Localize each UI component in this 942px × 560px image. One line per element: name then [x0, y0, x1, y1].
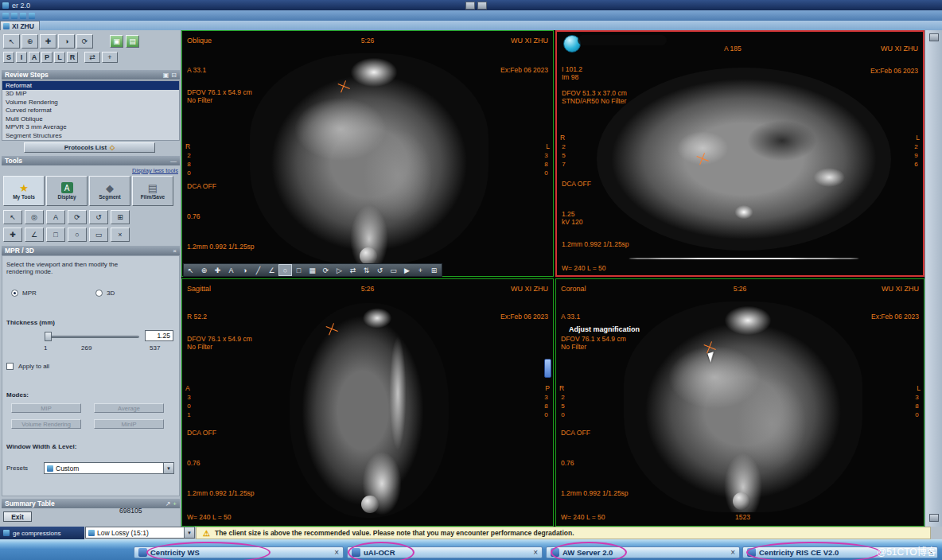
- close-tab-icon[interactable]: ×: [334, 548, 339, 557]
- window-level-icon[interactable]: ◑: [238, 264, 251, 276]
- tool-ellipse-roi-button[interactable]: ○: [68, 228, 87, 242]
- apply-to-all-checkbox[interactable]: Apply to all: [6, 363, 49, 370]
- cine-play-icon[interactable]: ▷: [333, 264, 346, 276]
- tab-display[interactable]: A Display: [46, 176, 88, 206]
- trackball-widget[interactable]: [360, 247, 377, 265]
- menu-icon-1[interactable]: [2, 13, 9, 19]
- orientation-i-button[interactable]: I: [16, 52, 27, 63]
- close-tab-icon[interactable]: ×: [730, 548, 735, 557]
- thickness-value-field[interactable]: 1.25: [145, 330, 173, 341]
- expand-icon[interactable]: ↗: [165, 500, 171, 508]
- thickness-slider-track[interactable]: [45, 336, 139, 338]
- add-view-button[interactable]: +: [102, 52, 118, 63]
- tool-crop-button[interactable]: ▭: [89, 228, 108, 242]
- tab-my-tools[interactable]: ★ My Tools: [3, 176, 45, 206]
- minimize-tools-icon[interactable]: —: [170, 158, 177, 165]
- flip-horizontal-icon[interactable]: ⇄: [346, 264, 360, 276]
- rotate-tool-button[interactable]: ⟳: [76, 34, 93, 49]
- viewport-axial[interactable]: A 185 WU XI ZHU I 101.2 Im 98 Ex:Feb 06 …: [555, 30, 924, 277]
- orientation-p-button[interactable]: P: [41, 52, 53, 63]
- pointer-icon[interactable]: ▶: [400, 264, 414, 276]
- tool-annotate-button[interactable]: A: [46, 210, 65, 224]
- select-tool-icon[interactable]: ↖: [184, 264, 197, 276]
- viewport-coronal[interactable]: Coronal 5:26 WU XI ZHU A 33.1 Ex:Feb 06 …: [555, 278, 924, 527]
- undo-icon[interactable]: ↺: [373, 264, 387, 276]
- zoom-tool-icon[interactable]: ⊕: [197, 264, 211, 276]
- rotate-icon[interactable]: ⟳: [319, 264, 333, 276]
- crop-icon[interactable]: ▭: [387, 264, 400, 276]
- mode-volume-rendering-button[interactable]: Volume Rendering: [11, 419, 81, 429]
- step-reformat[interactable]: Reformat: [2, 81, 179, 90]
- taskbar-tab-uai-ocr[interactable]: uAI-OCR ×: [347, 546, 543, 558]
- tool-cross-button[interactable]: ✚: [3, 228, 22, 242]
- window-minimize-button[interactable]: [465, 2, 475, 10]
- step-segment-structures[interactable]: Segment Structures: [2, 131, 179, 140]
- mode-minip-button[interactable]: MinIP: [94, 419, 164, 429]
- taskbar-tab-aw-server[interactable]: AW Server 2.0 ×: [546, 546, 740, 558]
- collapse-icon[interactable]: ⊟: [171, 72, 177, 79]
- ct-image-sagittal[interactable]: [290, 303, 449, 518]
- step-mpvr[interactable]: MPVR 3 mm Average: [2, 123, 179, 132]
- radio-mpr[interactable]: MPR: [11, 290, 37, 297]
- step-multi-oblique[interactable]: Multi Oblique: [2, 115, 179, 123]
- tool-delete-button[interactable]: ×: [111, 228, 130, 242]
- tool-pointer-button[interactable]: ↖: [3, 210, 22, 224]
- tool-rotate3d-button[interactable]: ⟳: [68, 210, 87, 224]
- viewport-sagittal[interactable]: Sagittal 5:26 WU XI ZHU R 52.2 Ex:Feb 06…: [181, 278, 554, 527]
- swap-views-button[interactable]: ⇄: [84, 52, 100, 63]
- orientation-l-button[interactable]: L: [54, 52, 65, 63]
- radio-3d[interactable]: 3D: [95, 290, 115, 297]
- compression-dropdown-arrow[interactable]: ▼: [184, 527, 194, 538]
- orientation-s-button[interactable]: S: [3, 52, 14, 63]
- mode-mip-button[interactable]: MIP: [11, 403, 81, 413]
- trackball-widget[interactable]: [361, 496, 379, 513]
- ct-image-axial[interactable]: [597, 68, 891, 251]
- tab-film-save[interactable]: ▤ Film/Save: [132, 176, 173, 206]
- window-close-button[interactable]: [477, 2, 487, 10]
- measure-angle-icon[interactable]: ∠: [265, 264, 278, 276]
- film-button[interactable]: ▤: [126, 35, 139, 48]
- menu-icon-4[interactable]: [29, 13, 35, 19]
- taskbar-tab-centricity-ws[interactable]: Centricity WS ×: [134, 546, 344, 558]
- pan-tool-button[interactable]: ✚: [40, 34, 56, 49]
- viewport-scrollbar-thumb[interactable]: [544, 359, 551, 378]
- ct-image-coronal[interactable]: [624, 301, 862, 512]
- add-annotation-icon[interactable]: +: [414, 264, 427, 276]
- menu-icon-2[interactable]: [11, 13, 18, 19]
- tool-probe-button[interactable]: ◎: [25, 210, 44, 224]
- roi-rect-icon[interactable]: □: [292, 264, 306, 276]
- patient-tab[interactable]: XI ZHU: [0, 21, 40, 30]
- tab-segment[interactable]: ◆ Segment: [89, 176, 130, 206]
- tool-angle-button[interactable]: ∠: [25, 228, 44, 242]
- thickness-slider-thumb[interactable]: [45, 332, 52, 341]
- layout-icon[interactable]: ⊞: [427, 264, 441, 276]
- protocols-list-button[interactable]: Protocols List ◇: [24, 142, 155, 153]
- zoom-tool-button[interactable]: ⊕: [21, 34, 38, 49]
- text-annotation-icon[interactable]: A: [224, 264, 238, 276]
- viewport-oblique[interactable]: Oblique 5:26 WU XI ZHU A 33.1 Ex:Feb 06 …: [181, 30, 554, 277]
- presets-dropdown-arrow[interactable]: ▼: [163, 463, 173, 473]
- roi-ellipse-icon[interactable]: ○: [278, 264, 292, 276]
- measure-line-icon[interactable]: ╱: [251, 264, 265, 276]
- orientation-r-button[interactable]: R: [67, 52, 78, 63]
- save-state-button[interactable]: ▣: [110, 35, 123, 48]
- select-tool-button[interactable]: ↖: [3, 34, 20, 49]
- mode-average-button[interactable]: Average: [94, 403, 164, 413]
- pan-tool-icon[interactable]: ✚: [211, 264, 224, 276]
- exit-button[interactable]: Exit: [3, 511, 32, 522]
- display-less-tools-link[interactable]: Display less tools: [2, 167, 178, 174]
- ct-image-oblique[interactable]: [250, 53, 489, 264]
- compression-dropdown[interactable]: Low Lossy (15:1) ▼: [85, 527, 195, 539]
- tool-rect-roi-button[interactable]: □: [46, 228, 65, 242]
- flip-vertical-icon[interactable]: ⇅: [360, 264, 373, 276]
- step-3d-mip[interactable]: 3D MIP: [2, 90, 179, 99]
- close-tab-icon[interactable]: ×: [533, 548, 538, 557]
- trackball-widget[interactable]: [733, 492, 750, 510]
- camera-icon[interactable]: ▣: [163, 72, 169, 79]
- strip-bottom-button[interactable]: [929, 514, 939, 522]
- menu-icon-3[interactable]: [20, 13, 26, 19]
- close-panel-icon[interactable]: ×: [173, 247, 177, 255]
- window-level-tool-button[interactable]: ◑: [58, 34, 75, 49]
- grid-icon[interactable]: ▦: [306, 264, 319, 276]
- presets-dropdown[interactable]: Custom ▼: [44, 462, 174, 474]
